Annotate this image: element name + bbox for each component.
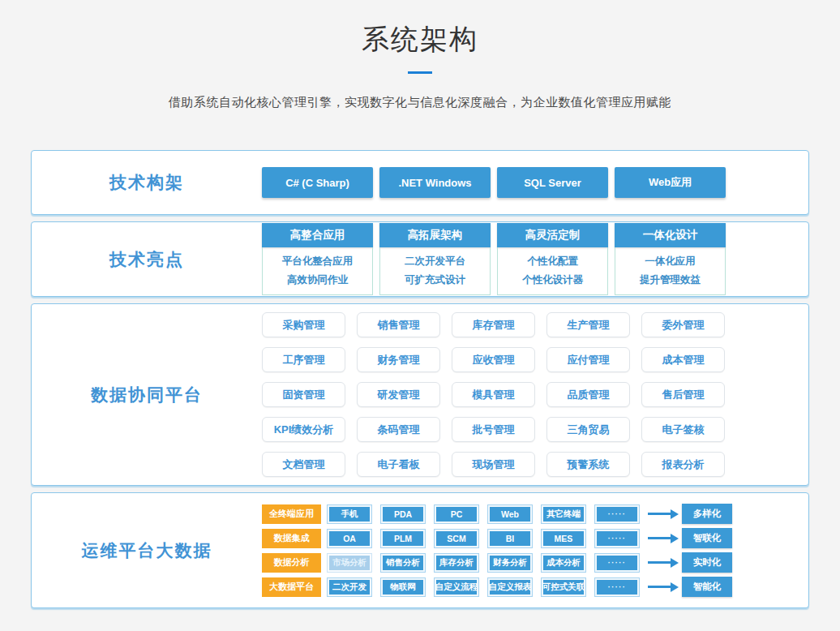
- title-underline-decoration: [408, 71, 432, 74]
- highlight-card: 一体化设计一体化应用提升管理效益: [615, 223, 726, 295]
- panel-tech-framework: 技术构架 C# (C Sharp).NET WindowsSQL ServerW…: [31, 150, 809, 215]
- module-button[interactable]: 生产管理: [546, 312, 630, 337]
- ops-item-button[interactable]: PC: [434, 504, 479, 524]
- tech-highlight-cards: 高整合应用平台化整合应用高效协同作业高拓展架构二次开发平台可扩充式设计高灵活定制…: [262, 223, 808, 295]
- module-button[interactable]: KPI绩效分析: [262, 417, 345, 442]
- ops-item-button[interactable]: MES: [541, 529, 586, 548]
- ops-category-label: 大数据平台: [262, 577, 321, 597]
- panel-label-ops-bigdata: 运维平台大数据: [32, 539, 262, 562]
- highlight-card-line: 平台化整合应用: [263, 252, 372, 271]
- arrow-bar: [648, 513, 671, 515]
- module-button[interactable]: 报表分析: [641, 452, 725, 477]
- ops-row: 数据分析市场分析销售分析库存分析财务分析成本分析·····实时化: [262, 552, 808, 573]
- ops-item-button[interactable]: 成本分析: [541, 553, 586, 573]
- ops-item-button[interactable]: SCM: [434, 529, 479, 548]
- module-grid: 采购管理销售管理库存管理生产管理委外管理工序管理财务管理应收管理应付管理成本管理…: [262, 312, 808, 477]
- module-button[interactable]: 品质管理: [546, 382, 630, 407]
- module-button[interactable]: 成本管理: [641, 347, 725, 372]
- arrow-head: [671, 558, 679, 568]
- ops-category-label: 数据集成: [262, 529, 321, 548]
- ops-row: 大数据平台二次开发物联网自定义流程自定义报表可控式关联·····智能化: [262, 577, 808, 597]
- tech-framework-button[interactable]: .NET Windows: [379, 167, 491, 198]
- highlight-card-body: 平台化整合应用高效协同作业: [262, 247, 373, 295]
- highlight-card: 高灵活定制个性化配置个性化设计器: [497, 223, 608, 295]
- highlight-card-line: 个性化设计器: [498, 271, 607, 290]
- arrow-right-icon: [648, 534, 679, 543]
- arrow-right-icon: [648, 509, 679, 519]
- module-button[interactable]: 三角贸易: [546, 417, 630, 442]
- module-button[interactable]: 应付管理: [546, 347, 630, 372]
- ops-item-button[interactable]: 市场分析: [327, 553, 372, 573]
- page-header: 系统架构 借助系统自动化核心管理引擎，实现数字化与信息化深度融合，为企业数值化管…: [0, 0, 840, 110]
- ops-item-button[interactable]: 其它终端: [541, 504, 586, 524]
- highlight-card-line: 个性化配置: [498, 252, 607, 271]
- highlight-card-line: 高效协同作业: [263, 271, 372, 290]
- module-button[interactable]: 条码管理: [357, 417, 440, 442]
- tech-framework-button[interactable]: C# (C Sharp): [262, 167, 373, 198]
- ops-item-button[interactable]: 物联网: [380, 577, 426, 597]
- ops-row: 数据集成OAPLMSCMBIMES·····智联化: [262, 528, 808, 548]
- arrow-head: [671, 509, 679, 519]
- arrow-bar: [648, 586, 671, 588]
- module-button[interactable]: 现场管理: [452, 452, 535, 477]
- module-button[interactable]: 批号管理: [452, 417, 535, 442]
- ops-item-button[interactable]: 自定义报表: [487, 577, 533, 597]
- highlight-card-line: 二次开发平台: [380, 252, 490, 271]
- ops-item-button[interactable]: PLM: [380, 529, 426, 548]
- module-button[interactable]: 文档管理: [262, 452, 345, 477]
- ops-item-button[interactable]: 自定义流程: [434, 577, 479, 597]
- module-button[interactable]: 库存管理: [452, 312, 535, 337]
- module-button[interactable]: 应收管理: [452, 347, 535, 372]
- tech-framework-button[interactable]: SQL Server: [497, 167, 608, 198]
- ops-result-button[interactable]: 实时化: [682, 552, 732, 573]
- ops-item-button[interactable]: 销售分析: [380, 553, 426, 573]
- panel-label-tech-highlights: 技术亮点: [32, 248, 262, 271]
- ops-ellipsis-button[interactable]: ·····: [594, 504, 640, 524]
- ops-ellipsis-button[interactable]: ·····: [594, 553, 640, 573]
- panel-tech-highlights: 技术亮点 高整合应用平台化整合应用高效协同作业高拓展架构二次开发平台可扩充式设计…: [31, 221, 809, 297]
- panel-label-data-platform: 数据协同平台: [32, 384, 262, 406]
- highlight-card-line: 一体化应用: [615, 252, 725, 271]
- arrow-bar: [648, 561, 671, 564]
- module-button[interactable]: 销售管理: [357, 312, 440, 337]
- highlight-card-header: 一体化设计: [615, 223, 726, 247]
- highlight-card-line: 可扩充式设计: [380, 271, 490, 290]
- panel-data-platform: 数据协同平台 采购管理销售管理库存管理生产管理委外管理工序管理财务管理应收管理应…: [31, 303, 809, 486]
- ops-item-button[interactable]: OA: [327, 529, 372, 548]
- page-title: 系统架构: [0, 21, 840, 58]
- highlight-card-header: 高拓展架构: [379, 223, 491, 247]
- module-button[interactable]: 电子签核: [641, 417, 725, 442]
- highlight-card: 高整合应用平台化整合应用高效协同作业: [262, 223, 373, 295]
- module-button[interactable]: 电子看板: [357, 452, 440, 477]
- highlight-card: 高拓展架构二次开发平台可扩充式设计: [379, 223, 491, 295]
- module-button[interactable]: 模具管理: [452, 382, 535, 407]
- ops-result-button[interactable]: 智能化: [682, 577, 732, 597]
- ops-item-button[interactable]: 财务分析: [487, 553, 533, 573]
- module-button[interactable]: 财务管理: [357, 347, 440, 372]
- highlight-card-body: 个性化配置个性化设计器: [497, 247, 608, 295]
- ops-item-button[interactable]: 可控式关联: [541, 577, 586, 597]
- module-button[interactable]: 研发管理: [357, 382, 440, 407]
- highlight-card-body: 二次开发平台可扩充式设计: [379, 247, 491, 295]
- highlight-card-line: 提升管理效益: [615, 271, 725, 290]
- tech-framework-button[interactable]: Web应用: [615, 167, 726, 198]
- ops-ellipsis-button[interactable]: ·····: [594, 529, 640, 548]
- ops-row: 全终端应用手机PDAPCWeb其它终端·····多样化: [262, 504, 808, 524]
- ops-item-button[interactable]: 库存分析: [434, 553, 479, 573]
- module-button[interactable]: 委外管理: [641, 312, 725, 337]
- ops-item-button[interactable]: 手机: [327, 504, 372, 524]
- module-button[interactable]: 预警系统: [546, 452, 630, 477]
- tech-framework-buttons: C# (C Sharp).NET WindowsSQL ServerWeb应用: [262, 167, 808, 198]
- ops-item-button[interactable]: 二次开发: [327, 577, 372, 597]
- module-button[interactable]: 售后管理: [641, 382, 725, 407]
- module-button[interactable]: 采购管理: [262, 312, 345, 337]
- module-button[interactable]: 固资管理: [262, 382, 345, 407]
- ops-result-button[interactable]: 智联化: [682, 528, 732, 548]
- ops-item-button[interactable]: Web: [487, 504, 533, 524]
- ops-item-button[interactable]: BI: [487, 529, 533, 548]
- ops-ellipsis-button[interactable]: ·····: [594, 577, 640, 597]
- ops-item-button[interactable]: PDA: [380, 504, 426, 524]
- module-button[interactable]: 工序管理: [262, 347, 345, 372]
- ops-result-button[interactable]: 多样化: [682, 504, 732, 524]
- ops-category-label: 全终端应用: [262, 504, 321, 524]
